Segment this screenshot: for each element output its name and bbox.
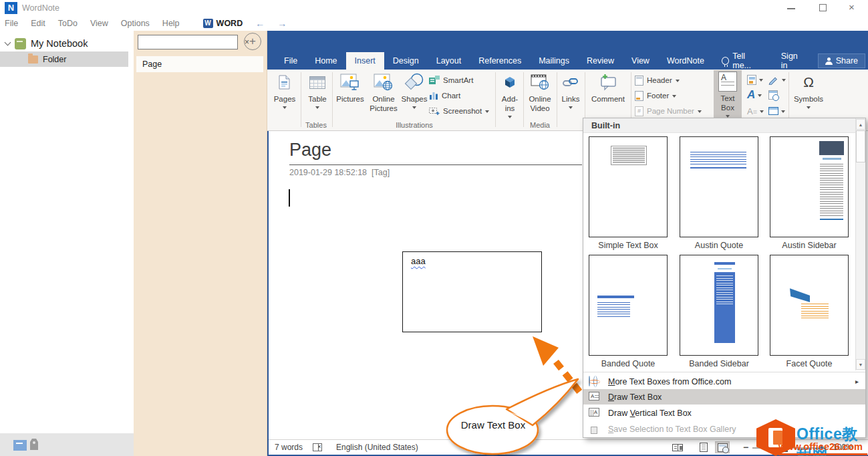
menu-todo[interactable]: ToDo bbox=[58, 19, 78, 28]
tab-review[interactable]: Review bbox=[578, 52, 623, 70]
sign-in-button[interactable]: Sign in bbox=[772, 52, 814, 70]
shapes-button[interactable]: Shapes bbox=[400, 71, 428, 109]
tab-layout[interactable]: Layout bbox=[428, 52, 470, 70]
screenshot-button[interactable]: Screenshot bbox=[429, 104, 489, 118]
tab-mailings[interactable]: Mailings bbox=[530, 52, 578, 70]
media-group-label: Media bbox=[525, 121, 555, 129]
omega-icon: Ω bbox=[803, 72, 814, 92]
gallery-item-austin-sidebar[interactable]: Austin Sidebar bbox=[770, 136, 849, 250]
word-count[interactable]: 7 words bbox=[275, 443, 303, 452]
gallery-item-simple-text-box[interactable]: Simple Text Box bbox=[589, 136, 668, 250]
wordnote-app-icon: N bbox=[5, 2, 17, 14]
add-page-button[interactable]: + bbox=[244, 33, 261, 50]
gallery-item-label: Banded Quote bbox=[589, 359, 668, 368]
tab-file[interactable]: File bbox=[275, 52, 306, 70]
online-video-button[interactable]: Online Video bbox=[525, 71, 555, 114]
read-mode-button[interactable] bbox=[670, 441, 685, 453]
signature-line-button[interactable] bbox=[768, 73, 786, 86]
quick-parts-button[interactable] bbox=[747, 73, 763, 86]
tab-view[interactable]: View bbox=[623, 52, 658, 70]
tell-me-box[interactable]: Tell me... bbox=[713, 52, 772, 70]
tab-wordnote[interactable]: WordNote bbox=[658, 52, 713, 70]
date-time-button[interactable] bbox=[768, 88, 778, 102]
menu-item-draw-vertical-text-box[interactable]: Draw Vertical Text Box bbox=[583, 405, 865, 421]
drawn-text-box[interactable]: aaa bbox=[402, 251, 542, 332]
table-button[interactable]: Table bbox=[304, 71, 331, 109]
word-titlebar: ↶ ↻ A≡ Page.docx - Word × bbox=[267, 31, 868, 52]
text-cursor bbox=[289, 189, 290, 207]
tables-group-label: Tables bbox=[301, 121, 331, 129]
wordnote-maximize-button[interactable] bbox=[819, 4, 827, 11]
wordnote-close-button[interactable]: × bbox=[849, 1, 855, 13]
forward-arrow-icon[interactable]: → bbox=[277, 18, 287, 29]
menu-item-draw-text-box[interactable]: Draw Text Box bbox=[583, 389, 865, 405]
add-ins-button[interactable]: Add-ins bbox=[497, 71, 523, 118]
smartart-icon bbox=[429, 76, 440, 85]
share-label: Share bbox=[836, 56, 858, 66]
notebook-icon bbox=[15, 38, 26, 49]
chevron-down-icon bbox=[758, 94, 762, 97]
chart-button[interactable]: Chart bbox=[429, 89, 460, 102]
chevron-down-icon bbox=[698, 110, 702, 113]
tree-item-my-notebook[interactable]: My Notebook bbox=[0, 35, 88, 51]
tab-insert[interactable]: Insert bbox=[346, 52, 384, 70]
tree-item-folder[interactable]: Folder bbox=[0, 51, 128, 67]
gallery-item-label: Facet Quote bbox=[770, 359, 849, 368]
page-number-button[interactable]: Page Number bbox=[635, 104, 702, 118]
gallery-item-austin-quote[interactable]: Austin Quote bbox=[680, 136, 758, 250]
symbols-button[interactable]: Ω Symbols bbox=[792, 71, 825, 109]
tab-home[interactable]: Home bbox=[306, 52, 345, 70]
proofing-status-icon[interactable] bbox=[313, 443, 322, 451]
gallery-item-banded-sidebar[interactable]: Banded Sidebar bbox=[680, 255, 758, 368]
facet-quote-preview bbox=[770, 255, 849, 356]
gallery-item-banded-quote[interactable]: Banded Quote bbox=[589, 255, 668, 368]
notebooks-view-icon[interactable] bbox=[13, 440, 27, 451]
object-button[interactable] bbox=[768, 104, 785, 118]
smartart-button[interactable]: SmartArt bbox=[429, 74, 473, 87]
tab-design[interactable]: Design bbox=[384, 52, 428, 70]
chevron-down-icon[interactable] bbox=[5, 39, 11, 46]
menu-divider bbox=[583, 372, 865, 372]
wordnote-minimize-button[interactable] bbox=[787, 8, 795, 9]
print-layout-button[interactable] bbox=[696, 441, 711, 453]
scroll-up-icon[interactable]: ▲ bbox=[856, 119, 865, 130]
print-layout-icon bbox=[700, 443, 708, 452]
menu-view[interactable]: View bbox=[90, 19, 108, 28]
comment-icon bbox=[599, 72, 617, 92]
text-box-button[interactable]: Text Box bbox=[714, 70, 742, 119]
links-button[interactable]: Links bbox=[559, 71, 583, 109]
header-button[interactable]: Header bbox=[635, 74, 680, 87]
back-arrow-icon[interactable]: ← bbox=[255, 18, 265, 29]
drop-cap-button[interactable]: A bbox=[747, 104, 764, 118]
menu-file[interactable]: File bbox=[5, 19, 18, 28]
gallery-scrollbar-thumb[interactable] bbox=[856, 130, 865, 162]
menu-item-more-text-boxes[interactable]: More Text Boxes from Office.com ▸ bbox=[583, 374, 865, 389]
scroll-down-icon[interactable]: ▼ bbox=[856, 359, 865, 370]
menu-help[interactable]: Help bbox=[162, 19, 180, 28]
menu-options[interactable]: Options bbox=[121, 19, 150, 28]
builtin-section-header: Built-in bbox=[583, 118, 855, 133]
wordart-button[interactable]: A bbox=[747, 88, 762, 102]
tab-references[interactable]: References bbox=[470, 52, 530, 70]
pages-button[interactable]: Pages bbox=[271, 71, 298, 109]
menu-item-label: More Text Boxes from Office.com bbox=[608, 377, 731, 386]
search-input[interactable] bbox=[138, 36, 245, 48]
table-icon bbox=[309, 76, 325, 89]
chevron-down-icon bbox=[760, 110, 764, 113]
folder-icon bbox=[28, 55, 38, 64]
zoom-out-button[interactable]: − bbox=[743, 442, 748, 453]
page-number-icon bbox=[635, 106, 643, 116]
page-list-item[interactable]: Page bbox=[136, 56, 263, 72]
footer-button[interactable]: Footer bbox=[635, 89, 676, 102]
share-button[interactable]: Share bbox=[818, 53, 865, 68]
language-status[interactable]: English (United States) bbox=[336, 443, 418, 452]
online-pictures-button[interactable]: Online Pictures bbox=[368, 71, 400, 114]
comment-button[interactable]: Comment bbox=[587, 71, 629, 104]
pictures-button[interactable]: Pictures bbox=[334, 71, 366, 104]
menu-edit[interactable]: Edit bbox=[31, 19, 45, 28]
quick-parts-icon bbox=[747, 75, 756, 85]
gallery-item-facet-quote[interactable]: Facet Quote bbox=[770, 255, 849, 368]
web-layout-button[interactable] bbox=[715, 441, 730, 453]
menu-word[interactable]: W WORD bbox=[203, 19, 243, 28]
tags-view-icon[interactable] bbox=[30, 439, 38, 450]
